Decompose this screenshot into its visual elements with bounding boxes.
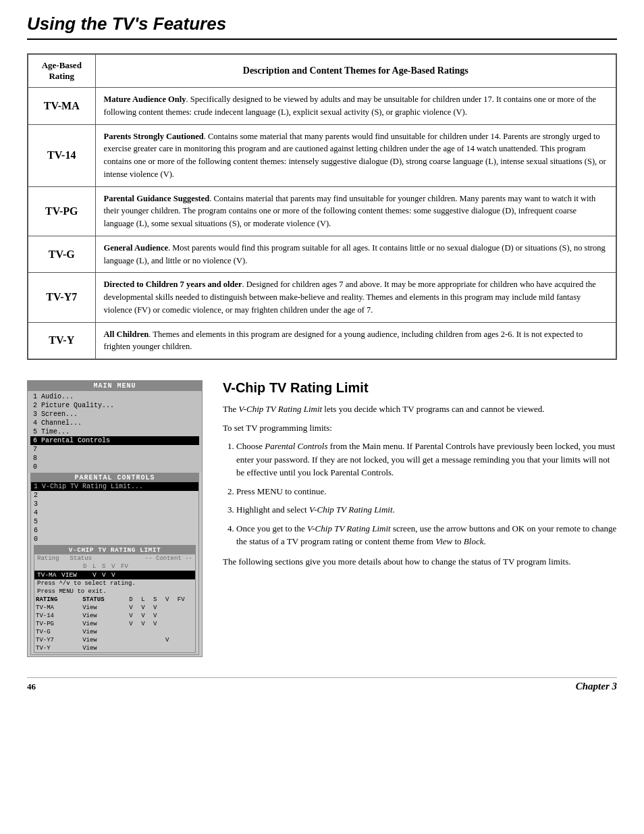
vchip-small-table: RATINGSTATUS DLSVFV TV-MAViewVVV TV-14Vi… — [34, 596, 195, 652]
submenu-item-4: 4 — [31, 509, 198, 517]
vchip-box: V-CHIP TV RATING LIMIT Rating Status -- … — [34, 545, 196, 653]
rating-desc: Parents Strongly Cautioned. Contains som… — [95, 124, 616, 186]
vchip-section-title: V-Chip TV Rating Limit — [223, 380, 617, 396]
vchip-to-set: To set TV programming limits: — [223, 421, 617, 435]
table-row: TV-YAll Children. Themes and elements in… — [28, 322, 616, 359]
vchip-table-row-tvg: TV-GView — [34, 628, 195, 636]
vchip-hint2: Press MENU to exit. — [34, 588, 195, 596]
vchip-closing: The following sections give you more det… — [223, 555, 617, 569]
rating-desc: Mature Audience Only. Specifically desig… — [95, 88, 616, 125]
vchip-step-4: Once you get to the V-Chip TV Rating Lim… — [236, 522, 617, 548]
submenu-item-6: 6 — [31, 526, 198, 535]
rating-label: TV-MA — [28, 88, 95, 125]
main-menu-title: MAIN MENU — [28, 381, 202, 391]
main-menu-box: MAIN MENU 1 Audio... 2 Picture Quality..… — [27, 380, 203, 657]
table-header-rating: Age-BasedRating — [28, 54, 95, 88]
rating-label: TV-Y7 — [28, 273, 95, 322]
page-title: Using the TV's Features — [27, 14, 617, 40]
vchip-section-content: V-Chip TV Rating Limit The V-Chip TV Rat… — [223, 380, 617, 657]
rating-desc: Directed to Children 7 years and older. … — [95, 273, 616, 322]
vchip-table-row-tv14: TV-14ViewVVV — [34, 612, 195, 620]
vchip-table-header-row: RATINGSTATUS DLSVFV — [34, 596, 195, 604]
col-l: L — [92, 563, 99, 570]
vchip-hint1: Press ^/v to select rating. — [34, 579, 195, 588]
col-rating — [37, 563, 59, 570]
footer-page-number: 46 — [27, 681, 36, 692]
table-row: TV-MAMature Audience Only. Specifically … — [28, 88, 616, 125]
submenu-item-3: 3 — [31, 500, 198, 509]
menu-item-time: 5 Time... — [30, 427, 199, 436]
rating-desc: General Audience. Most parents would fin… — [95, 236, 616, 273]
menu-item-picture: 2 Picture Quality... — [30, 401, 199, 410]
ratings-table: Age-BasedRating Description and Content … — [27, 53, 617, 360]
vchip-table-row-tvma: TV-MAViewVVV — [34, 604, 195, 612]
rating-desc: All Children. Themes and elements in thi… — [95, 322, 616, 359]
vchip-steps-list: Choose Parental Controls from the Main m… — [223, 440, 617, 548]
col-fv: FV — [121, 563, 129, 570]
menu-item-8: 8 — [30, 454, 199, 463]
vchip-row-tvma-highlighted: TV-MA VIEW V V V — [34, 571, 195, 579]
vchip-table-row-tvy: TV-YView — [34, 644, 195, 652]
vchip-tvma-v: V — [111, 571, 118, 579]
table-row: TV-14Parents Strongly Cautioned. Contain… — [28, 124, 616, 186]
bottom-section: MAIN MENU 1 Audio... 2 Picture Quality..… — [27, 380, 617, 657]
rating-label: TV-G — [28, 236, 95, 273]
vchip-step-1: Choose Parental Controls from the Main m… — [236, 440, 617, 479]
vchip-tvma-label: TV-MA — [37, 571, 59, 579]
menu-item-audio: 1 Audio... — [30, 392, 199, 401]
col-status — [61, 563, 80, 570]
footer-chapter: Chapter 3 — [576, 681, 617, 692]
table-row: TV-Y7Directed to Children 7 years and ol… — [28, 273, 616, 322]
vchip-step-3: Highlight and select V-Chip TV Rating Li… — [236, 503, 617, 517]
parental-controls-title: PARENTAL CONTROLS — [31, 473, 198, 482]
rating-label: TV-PG — [28, 186, 95, 236]
col-v: V — [111, 563, 118, 570]
parental-controls-submenu: PARENTAL CONTROLS 1 V-Chip TV Rating Lim… — [30, 473, 199, 655]
vchip-rating-limit-option: 1 V-Chip TV Rating Limit... — [31, 482, 198, 491]
menu-item-0: 0 — [30, 463, 199, 471]
table-header-desc: Description and Content Themes for Age-B… — [95, 54, 616, 88]
page-footer: 46 Chapter 3 — [27, 677, 617, 692]
vchip-rating-col: Rating Status — [37, 555, 92, 562]
vchip-table-row-tvy7: TV-Y7ViewV — [34, 636, 195, 644]
col-s: S — [102, 563, 109, 570]
vchip-table-row-tvpg: TV-PGViewVVV — [34, 620, 195, 628]
table-row: TV-PGParental Guidance Suggested. Contai… — [28, 186, 616, 236]
vchip-step-2: Press MENU to continue. — [236, 485, 617, 498]
submenu-item-0: 0 — [31, 535, 198, 544]
menu-item-7: 7 — [30, 445, 199, 454]
vchip-tvma-l: V — [92, 571, 99, 579]
menu-screenshot: MAIN MENU 1 Audio... 2 Picture Quality..… — [27, 380, 203, 657]
vchip-content-label: -- Content -- — [145, 555, 192, 562]
vchip-content-header: Rating Status -- Content -- — [34, 554, 195, 563]
menu-item-parental: 6 Parental Controls — [30, 436, 199, 445]
submenu-item-2: 2 — [31, 491, 198, 500]
rating-label: TV-Y — [28, 322, 95, 359]
main-menu-items: 1 Audio... 2 Picture Quality... 3 Screen… — [28, 391, 202, 473]
menu-item-screen: 3 Screen... — [30, 410, 199, 419]
vchip-col-headers: D L S V FV — [34, 563, 195, 571]
vchip-tvma-fv — [121, 571, 129, 579]
rating-label: TV-14 — [28, 124, 95, 186]
menu-item-channel: 4 Channel... — [30, 419, 199, 427]
vchip-intro: The V-Chip TV Rating Limit lets you deci… — [223, 402, 617, 416]
table-row: TV-GGeneral Audience. Most parents would… — [28, 236, 616, 273]
vchip-tvma-s: V — [102, 571, 109, 579]
vchip-tvma-d — [83, 571, 90, 579]
submenu-item-5: 5 — [31, 517, 198, 526]
rating-desc: Parental Guidance Suggested. Contains ma… — [95, 186, 616, 236]
col-d: D — [83, 563, 90, 570]
vchip-title: V-CHIP TV RATING LIMIT — [34, 546, 195, 554]
vchip-tvma-status: VIEW — [61, 571, 80, 579]
